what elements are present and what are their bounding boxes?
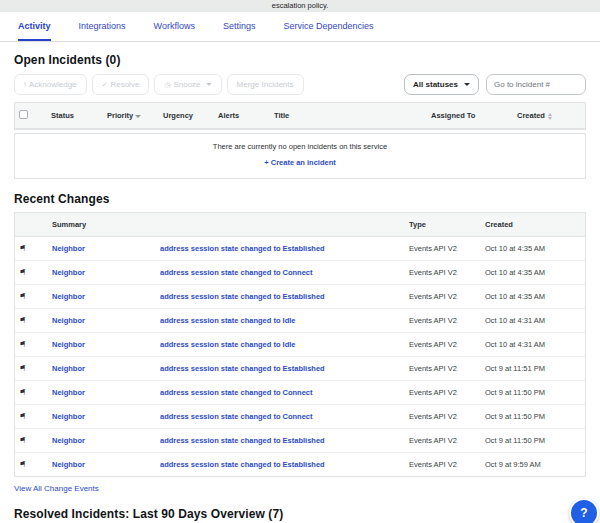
change-created: Oct 10 at 4:31 AM <box>481 309 585 333</box>
flag-icon: ⚑ <box>19 340 26 349</box>
recent-changes-header-row: Summary Type Created <box>15 213 585 237</box>
change-created: Oct 9 at 11:50 PM <box>481 381 585 405</box>
change-row: ⚑ Neighbor address session state changed… <box>15 309 585 333</box>
sort-icon <box>548 113 552 120</box>
change-created: Oct 9 at 11:50 PM <box>481 405 585 429</box>
column-status[interactable]: Status <box>47 103 103 129</box>
change-created: Oct 10 at 4:31 AM <box>481 333 585 357</box>
open-incidents-title: Open Incidents (0) <box>14 53 586 67</box>
chevron-down-icon <box>206 83 212 86</box>
change-type: Events API V2 <box>405 237 481 261</box>
change-created: Oct 10 at 4:35 AM <box>481 261 585 285</box>
change-actor-link[interactable]: Neighbor <box>52 436 85 445</box>
change-created: Oct 10 at 4:35 AM <box>481 285 585 309</box>
change-row: ⚑ Neighbor address session state changed… <box>15 405 585 429</box>
change-actor-link[interactable]: Neighbor <box>52 460 85 469</box>
change-actor-link[interactable]: Neighbor <box>52 316 85 325</box>
change-created: Oct 10 at 4:35 AM <box>481 237 585 261</box>
column-summary: Summary <box>48 213 156 237</box>
column-type: Type <box>405 213 481 237</box>
flag-icon: ⚑ <box>19 292 26 301</box>
recent-changes-title: Recent Changes <box>14 192 586 206</box>
all-statuses-dropdown[interactable]: All statuses <box>404 74 479 95</box>
change-type: Events API V2 <box>405 333 481 357</box>
goto-incident-input[interactable] <box>486 74 586 95</box>
change-actor-link[interactable]: Neighbor <box>52 268 85 277</box>
change-row: ⚑ Neighbor address session state changed… <box>15 453 585 477</box>
flag-icon: ⚑ <box>19 412 26 421</box>
select-all-checkbox[interactable] <box>19 110 28 119</box>
change-summary-link[interactable]: address session state changed to Establi… <box>160 436 325 445</box>
change-type: Events API V2 <box>405 429 481 453</box>
tab[interactable]: Settings <box>223 21 256 41</box>
change-summary-link[interactable]: address session state changed to Establi… <box>160 244 325 253</box>
change-summary-link[interactable]: address session state changed to Connect <box>160 412 313 421</box>
flag-icon: ⚑ <box>19 268 26 277</box>
change-row: ⚑ Neighbor address session state changed… <box>15 285 585 309</box>
change-row: ⚑ Neighbor address session state changed… <box>15 381 585 405</box>
column-urgency[interactable]: Urgency <box>159 103 214 129</box>
sort-caret-icon <box>135 115 141 118</box>
change-actor-link[interactable]: Neighbor <box>52 340 85 349</box>
check-icon: ✓ <box>102 81 108 89</box>
change-row: ⚑ Neighbor address session state changed… <box>15 429 585 453</box>
flag-icon: ⚑ <box>19 316 26 325</box>
resolved-incidents-title: Resolved Incidents: Last 90 Days Overvie… <box>14 507 586 521</box>
change-created: Oct 9 at 9:59 AM <box>481 453 585 477</box>
tab[interactable]: Activity <box>18 21 51 41</box>
open-incidents-toolbar: ! Acknowledge ✓ Resolve ◷ Snooze Merge I… <box>14 74 586 95</box>
change-summary-link[interactable]: address session state changed to Idle <box>160 340 295 349</box>
change-summary-link[interactable]: address session state changed to Connect <box>160 268 313 277</box>
tab[interactable]: Service Dependencies <box>283 21 373 41</box>
change-type: Events API V2 <box>405 381 481 405</box>
change-summary-link[interactable]: address session state changed to Idle <box>160 316 295 325</box>
open-incidents-header-row: Status Priority Urgency Alerts Title Ass… <box>15 103 585 129</box>
column-assigned-to[interactable]: Assigned To <box>427 103 513 129</box>
change-actor-link[interactable]: Neighbor <box>52 292 85 301</box>
column-title[interactable]: Title <box>270 103 427 129</box>
help-button[interactable]: ? <box>569 498 599 523</box>
open-incidents-table: Status Priority Urgency Alerts Title Ass… <box>14 102 586 130</box>
flag-icon: ⚑ <box>19 436 26 445</box>
column-alerts[interactable]: Alerts <box>214 103 270 129</box>
view-all-change-events-link[interactable]: View All Change Events <box>14 484 99 493</box>
change-actor-link[interactable]: Neighbor <box>52 364 85 373</box>
exclamation-icon: ! <box>24 81 26 88</box>
column-created: Created <box>481 213 585 237</box>
recent-changes-table: Summary Type Created ⚑ Neighbor address … <box>14 212 586 477</box>
change-type: Events API V2 <box>405 261 481 285</box>
change-type: Events API V2 <box>405 357 481 381</box>
flag-icon: ⚑ <box>19 244 26 253</box>
change-actor-link[interactable]: Neighbor <box>52 412 85 421</box>
flag-icon: ⚑ <box>19 388 26 397</box>
change-summary-link[interactable]: address session state changed to Connect <box>160 388 313 397</box>
clock-icon: ◷ <box>164 81 170 89</box>
column-priority[interactable]: Priority <box>103 103 159 129</box>
open-incidents-filters: All statuses <box>404 74 586 95</box>
column-created[interactable]: Created <box>513 103 585 129</box>
change-summary-link[interactable]: address session state changed to Establi… <box>160 460 325 469</box>
merge-incidents-button[interactable]: Merge Incidents <box>227 74 304 95</box>
change-type: Events API V2 <box>405 285 481 309</box>
change-created: Oct 9 at 11:50 PM <box>481 429 585 453</box>
recent-changes-body: ⚑ Neighbor address session state changed… <box>15 237 585 477</box>
change-row: ⚑ Neighbor address session state changed… <box>15 237 585 261</box>
create-incident-link[interactable]: + Create an incident <box>264 158 335 167</box>
tab[interactable]: Integrations <box>79 21 126 41</box>
change-type: Events API V2 <box>405 309 481 333</box>
change-summary-link[interactable]: address session state changed to Establi… <box>160 292 325 301</box>
tab[interactable]: Workflows <box>154 21 195 41</box>
tab-bar: Activity Integrations Workflows Settings… <box>0 12 600 42</box>
change-actor-link[interactable]: Neighbor <box>52 388 85 397</box>
change-actor-link[interactable]: Neighbor <box>52 244 85 253</box>
change-type: Events API V2 <box>405 453 481 477</box>
snooze-button[interactable]: ◷ Snooze <box>154 74 221 95</box>
change-row: ⚑ Neighbor address session state changed… <box>15 261 585 285</box>
open-incidents-empty-state: There are currently no open incidents on… <box>14 133 586 179</box>
change-summary-link[interactable]: address session state changed to Establi… <box>160 364 325 373</box>
flag-icon: ⚑ <box>19 364 26 373</box>
acknowledge-button[interactable]: ! Acknowledge <box>14 74 87 95</box>
change-row: ⚑ Neighbor address session state changed… <box>15 357 585 381</box>
change-row: ⚑ Neighbor address session state changed… <box>15 333 585 357</box>
resolve-button[interactable]: ✓ Resolve <box>92 74 150 95</box>
